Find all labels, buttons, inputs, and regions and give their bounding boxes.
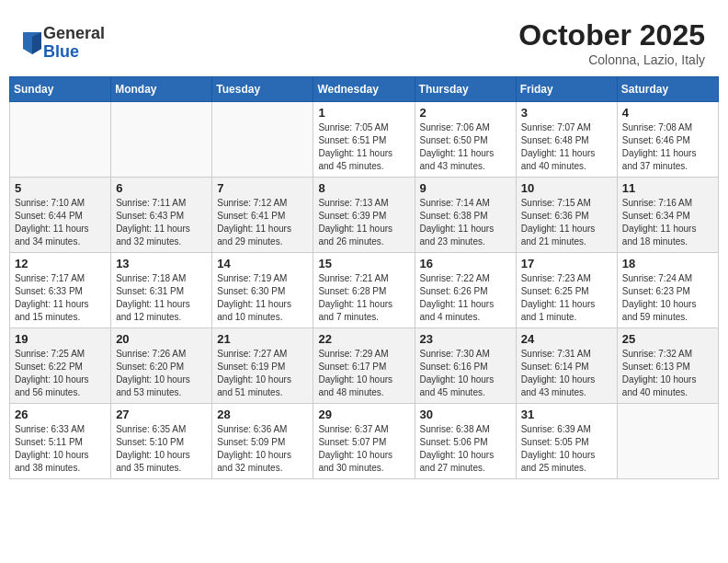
day-number: 15 <box>318 257 409 270</box>
weekday-header-monday: Monday <box>111 77 212 102</box>
day-info: Sunrise: 7:10 AM Sunset: 6:44 PM Dayligh… <box>15 197 106 248</box>
calendar-day-cell: 2Sunrise: 7:06 AM Sunset: 6:50 PM Daylig… <box>415 102 516 178</box>
day-number: 23 <box>420 332 511 346</box>
day-number: 16 <box>420 257 511 270</box>
day-info: Sunrise: 7:19 AM Sunset: 6:30 PM Dayligh… <box>217 272 308 324</box>
day-number: 22 <box>318 332 409 346</box>
calendar-week-row: 1Sunrise: 7:05 AM Sunset: 6:51 PM Daylig… <box>10 102 719 178</box>
day-info: Sunrise: 7:17 AM Sunset: 6:33 PM Dayligh… <box>15 272 106 324</box>
calendar-table: SundayMondayTuesdayWednesdayThursdayFrid… <box>9 76 719 479</box>
calendar-day-cell: 26Sunrise: 6:33 AM Sunset: 5:11 PM Dayli… <box>10 404 111 479</box>
calendar-week-row: 5Sunrise: 7:10 AM Sunset: 6:44 PM Daylig… <box>10 178 719 253</box>
day-number: 25 <box>622 332 713 346</box>
calendar-week-row: 26Sunrise: 6:33 AM Sunset: 5:11 PM Dayli… <box>10 404 719 479</box>
day-number: 21 <box>217 332 308 346</box>
day-info: Sunrise: 6:33 AM Sunset: 5:11 PM Dayligh… <box>15 423 106 475</box>
day-info: Sunrise: 7:24 AM Sunset: 6:23 PM Dayligh… <box>622 272 713 324</box>
calendar-day-cell: 27Sunrise: 6:35 AM Sunset: 5:10 PM Dayli… <box>111 404 212 479</box>
day-number: 17 <box>521 257 612 270</box>
calendar-day-cell: 10Sunrise: 7:15 AM Sunset: 6:36 PM Dayli… <box>516 178 617 253</box>
calendar-day-cell: 12Sunrise: 7:17 AM Sunset: 6:33 PM Dayli… <box>10 253 111 328</box>
day-number: 14 <box>217 257 308 270</box>
day-number: 26 <box>15 408 106 421</box>
day-info: Sunrise: 7:26 AM Sunset: 6:20 PM Dayligh… <box>116 348 207 399</box>
day-info: Sunrise: 6:37 AM Sunset: 5:07 PM Dayligh… <box>318 423 409 475</box>
calendar-day-cell: 8Sunrise: 7:13 AM Sunset: 6:39 PM Daylig… <box>313 178 415 253</box>
day-info: Sunrise: 6:36 AM Sunset: 5:09 PM Dayligh… <box>217 423 308 475</box>
day-info: Sunrise: 6:39 AM Sunset: 5:05 PM Dayligh… <box>521 423 612 475</box>
calendar-day-cell: 9Sunrise: 7:14 AM Sunset: 6:38 PM Daylig… <box>415 178 516 253</box>
day-number: 6 <box>116 181 207 195</box>
calendar-day-cell: 24Sunrise: 7:31 AM Sunset: 6:14 PM Dayli… <box>516 328 617 404</box>
day-number: 30 <box>420 408 511 421</box>
calendar-day-cell: 31Sunrise: 6:39 AM Sunset: 5:05 PM Dayli… <box>516 404 617 479</box>
weekday-header-row: SundayMondayTuesdayWednesdayThursdayFrid… <box>10 77 719 102</box>
calendar-day-cell: 20Sunrise: 7:26 AM Sunset: 6:20 PM Dayli… <box>111 328 212 404</box>
day-number: 10 <box>521 181 612 195</box>
day-number: 4 <box>622 106 713 120</box>
day-info: Sunrise: 7:07 AM Sunset: 6:48 PM Dayligh… <box>521 121 612 173</box>
day-info: Sunrise: 7:30 AM Sunset: 6:16 PM Dayligh… <box>420 348 511 399</box>
weekday-header-thursday: Thursday <box>415 77 516 102</box>
weekday-header-wednesday: Wednesday <box>313 77 415 102</box>
day-info: Sunrise: 6:35 AM Sunset: 5:10 PM Dayligh… <box>116 423 207 475</box>
day-number: 9 <box>420 181 511 195</box>
calendar-day-cell: 1Sunrise: 7:05 AM Sunset: 6:51 PM Daylig… <box>313 102 415 178</box>
calendar-day-cell: 18Sunrise: 7:24 AM Sunset: 6:23 PM Dayli… <box>617 253 718 328</box>
logo-general-text: General <box>43 25 105 43</box>
day-number: 13 <box>116 257 207 270</box>
day-info: Sunrise: 7:31 AM Sunset: 6:14 PM Dayligh… <box>521 348 612 399</box>
day-info: Sunrise: 7:12 AM Sunset: 6:41 PM Dayligh… <box>217 197 308 248</box>
calendar-day-cell: 16Sunrise: 7:22 AM Sunset: 6:26 PM Dayli… <box>415 253 516 328</box>
calendar-day-cell: 29Sunrise: 6:37 AM Sunset: 5:07 PM Dayli… <box>313 404 415 479</box>
day-info: Sunrise: 7:15 AM Sunset: 6:36 PM Dayligh… <box>521 197 612 248</box>
day-info: Sunrise: 7:11 AM Sunset: 6:43 PM Dayligh… <box>116 197 207 248</box>
logo: General Blue <box>23 25 105 62</box>
day-number: 27 <box>116 408 207 421</box>
calendar-day-cell: 30Sunrise: 6:38 AM Sunset: 5:06 PM Dayli… <box>415 404 516 479</box>
location-label: Colonna, Lazio, Italy <box>518 52 705 67</box>
weekday-header-tuesday: Tuesday <box>212 77 313 102</box>
day-number: 28 <box>217 408 308 421</box>
weekday-header-friday: Friday <box>516 77 617 102</box>
calendar-day-cell: 19Sunrise: 7:25 AM Sunset: 6:22 PM Dayli… <box>10 328 111 404</box>
day-number: 11 <box>622 181 713 195</box>
day-info: Sunrise: 6:38 AM Sunset: 5:06 PM Dayligh… <box>420 423 511 475</box>
calendar-day-cell: 13Sunrise: 7:18 AM Sunset: 6:31 PM Dayli… <box>111 253 212 328</box>
calendar-day-cell: 11Sunrise: 7:16 AM Sunset: 6:34 PM Dayli… <box>617 178 718 253</box>
day-number: 20 <box>116 332 207 346</box>
day-number: 5 <box>15 181 106 195</box>
calendar-day-cell: 15Sunrise: 7:21 AM Sunset: 6:28 PM Dayli… <box>313 253 415 328</box>
day-info: Sunrise: 7:22 AM Sunset: 6:26 PM Dayligh… <box>420 272 511 324</box>
calendar-day-cell <box>111 102 212 178</box>
calendar-day-cell: 6Sunrise: 7:11 AM Sunset: 6:43 PM Daylig… <box>111 178 212 253</box>
page-header: General Blue October 2025 Colonna, Lazio… <box>9 9 719 72</box>
calendar-day-cell <box>617 404 718 479</box>
day-number: 18 <box>622 257 713 270</box>
calendar-day-cell: 14Sunrise: 7:19 AM Sunset: 6:30 PM Dayli… <box>212 253 313 328</box>
day-info: Sunrise: 7:23 AM Sunset: 6:25 PM Dayligh… <box>521 272 612 324</box>
logo-blue-text: Blue <box>43 43 105 62</box>
day-info: Sunrise: 7:06 AM Sunset: 6:50 PM Dayligh… <box>420 121 511 173</box>
calendar-day-cell: 5Sunrise: 7:10 AM Sunset: 6:44 PM Daylig… <box>10 178 111 253</box>
day-number: 19 <box>15 332 106 346</box>
day-number: 1 <box>318 106 409 120</box>
calendar-week-row: 19Sunrise: 7:25 AM Sunset: 6:22 PM Dayli… <box>10 328 719 404</box>
weekday-header-sunday: Sunday <box>10 77 111 102</box>
day-info: Sunrise: 7:29 AM Sunset: 6:17 PM Dayligh… <box>318 348 409 399</box>
calendar-day-cell: 17Sunrise: 7:23 AM Sunset: 6:25 PM Dayli… <box>516 253 617 328</box>
calendar-day-cell: 23Sunrise: 7:30 AM Sunset: 6:16 PM Dayli… <box>415 328 516 404</box>
day-info: Sunrise: 7:14 AM Sunset: 6:38 PM Dayligh… <box>420 197 511 248</box>
calendar-day-cell <box>212 102 313 178</box>
calendar-day-cell: 7Sunrise: 7:12 AM Sunset: 6:41 PM Daylig… <box>212 178 313 253</box>
calendar-day-cell: 25Sunrise: 7:32 AM Sunset: 6:13 PM Dayli… <box>617 328 718 404</box>
calendar-day-cell: 3Sunrise: 7:07 AM Sunset: 6:48 PM Daylig… <box>516 102 617 178</box>
calendar-day-cell <box>10 102 111 178</box>
calendar-day-cell: 4Sunrise: 7:08 AM Sunset: 6:46 PM Daylig… <box>617 102 718 178</box>
day-info: Sunrise: 7:25 AM Sunset: 6:22 PM Dayligh… <box>15 348 106 399</box>
logo-text: General Blue <box>43 25 105 62</box>
calendar-day-cell: 28Sunrise: 6:36 AM Sunset: 5:09 PM Dayli… <box>212 404 313 479</box>
day-number: 31 <box>521 408 612 421</box>
logo-icon <box>23 32 41 54</box>
day-info: Sunrise: 7:18 AM Sunset: 6:31 PM Dayligh… <box>116 272 207 324</box>
